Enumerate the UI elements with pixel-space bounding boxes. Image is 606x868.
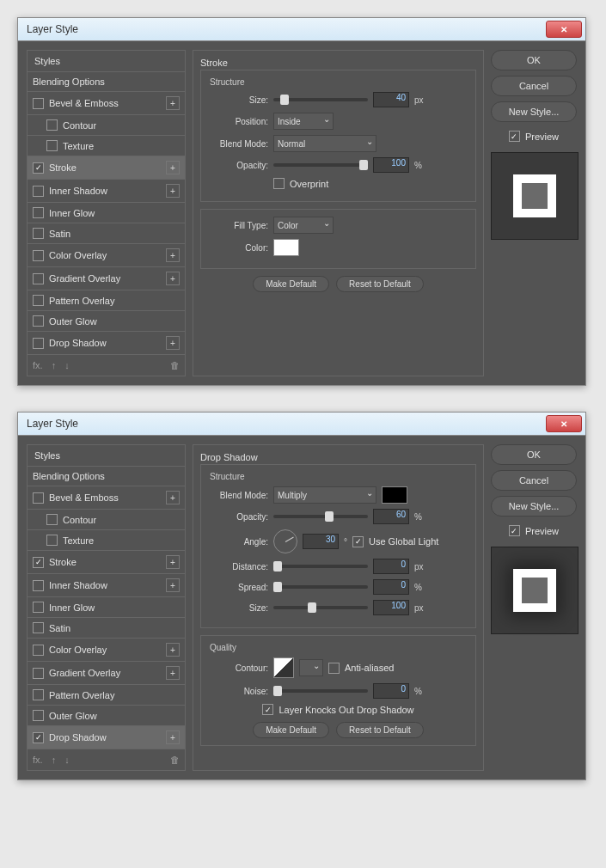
down-arrow-icon[interactable]: ↓ bbox=[64, 360, 70, 370]
angle-dial[interactable] bbox=[273, 529, 297, 553]
style-item-outer-glow[interactable]: Outer Glow bbox=[27, 311, 186, 332]
contour-dropdown[interactable] bbox=[299, 659, 323, 676]
ok-button[interactable]: OK bbox=[491, 50, 577, 70]
style-item-satin[interactable]: Satin bbox=[27, 223, 186, 244]
style-checkbox[interactable] bbox=[33, 207, 44, 218]
style-checkbox[interactable] bbox=[33, 580, 44, 591]
titlebar[interactable]: Layer Style ✕ bbox=[18, 413, 585, 436]
size-slider[interactable] bbox=[273, 606, 368, 609]
style-item-inner-shadow[interactable]: Inner Shadow+ bbox=[27, 574, 186, 597]
style-item-gradient-overlay[interactable]: Gradient Overlay+ bbox=[27, 662, 186, 685]
style-item-color-overlay[interactable]: Color Overlay+ bbox=[27, 244, 186, 267]
overprint-checkbox[interactable] bbox=[273, 178, 285, 189]
make-default-button[interactable]: Make Default bbox=[253, 722, 329, 738]
style-checkbox[interactable] bbox=[33, 622, 44, 633]
style-item-gradient-overlay[interactable]: Gradient Overlay+ bbox=[27, 267, 186, 290]
add-effect-icon[interactable]: + bbox=[166, 666, 180, 680]
style-checkbox[interactable] bbox=[33, 645, 44, 656]
opacity-input[interactable]: 100 bbox=[373, 157, 409, 173]
style-item-pattern-overlay[interactable]: Pattern Overlay bbox=[27, 290, 186, 311]
close-icon[interactable]: ✕ bbox=[546, 21, 582, 38]
new-style-button[interactable]: New Style... bbox=[491, 101, 577, 122]
style-checkbox[interactable] bbox=[33, 492, 44, 504]
new-style-button[interactable]: New Style... bbox=[491, 496, 577, 517]
knockout-checkbox[interactable] bbox=[262, 704, 273, 715]
spread-input[interactable]: 0 bbox=[373, 579, 409, 595]
style-checkbox[interactable] bbox=[33, 228, 44, 239]
add-effect-icon[interactable]: + bbox=[166, 96, 180, 110]
style-item-texture[interactable]: Texture bbox=[27, 136, 186, 156]
style-checkbox[interactable] bbox=[33, 273, 44, 284]
noise-input[interactable]: 0 bbox=[373, 683, 409, 699]
cancel-button[interactable]: Cancel bbox=[491, 76, 577, 96]
style-checkbox[interactable] bbox=[33, 338, 44, 349]
style-item-bevel-emboss[interactable]: Bevel & Emboss+ bbox=[27, 486, 186, 510]
spread-slider[interactable] bbox=[273, 585, 368, 589]
style-checkbox[interactable] bbox=[33, 295, 44, 306]
trash-icon[interactable]: 🗑 bbox=[170, 360, 180, 370]
shadow-color-swatch[interactable] bbox=[382, 486, 407, 504]
style-item-inner-glow[interactable]: Inner Glow bbox=[27, 597, 186, 618]
add-effect-icon[interactable]: + bbox=[166, 643, 180, 657]
size-input[interactable]: 100 bbox=[373, 600, 409, 615]
style-checkbox[interactable] bbox=[33, 162, 44, 174]
style-checkbox[interactable] bbox=[33, 602, 44, 613]
distance-slider[interactable] bbox=[273, 565, 368, 568]
fx-icon[interactable]: fx. bbox=[33, 755, 43, 765]
opacity-slider[interactable] bbox=[273, 515, 368, 518]
position-select[interactable]: Inside bbox=[273, 113, 334, 130]
style-item-stroke[interactable]: Stroke+ bbox=[27, 551, 186, 574]
style-item-blending-options[interactable]: Blending Options bbox=[27, 72, 186, 92]
style-item-color-overlay[interactable]: Color Overlay+ bbox=[27, 639, 186, 662]
reset-default-button[interactable]: Reset to Default bbox=[336, 276, 424, 292]
ok-button[interactable]: OK bbox=[491, 444, 577, 465]
opacity-input[interactable]: 60 bbox=[373, 509, 409, 524]
reset-default-button[interactable]: Reset to Default bbox=[336, 722, 424, 738]
color-swatch[interactable] bbox=[273, 239, 299, 256]
blend-mode-select[interactable]: Normal bbox=[273, 135, 376, 152]
add-effect-icon[interactable]: + bbox=[166, 184, 180, 198]
add-effect-icon[interactable]: + bbox=[166, 491, 180, 504]
trash-icon[interactable]: 🗑 bbox=[170, 755, 180, 765]
add-effect-icon[interactable]: + bbox=[166, 555, 180, 569]
add-effect-icon[interactable]: + bbox=[166, 161, 180, 174]
style-checkbox[interactable] bbox=[46, 514, 58, 525]
add-effect-icon[interactable]: + bbox=[166, 272, 180, 285]
style-item-contour[interactable]: Contour bbox=[27, 510, 186, 530]
style-checkbox[interactable] bbox=[33, 98, 44, 109]
style-item-bevel-emboss[interactable]: Bevel & Emboss+ bbox=[27, 92, 186, 115]
close-icon[interactable]: ✕ bbox=[546, 415, 582, 432]
up-arrow-icon[interactable]: ↑ bbox=[52, 360, 57, 370]
blend-mode-select[interactable]: Multiply bbox=[273, 486, 376, 504]
style-item-texture[interactable]: Texture bbox=[27, 530, 186, 551]
angle-input[interactable]: 30 bbox=[303, 534, 339, 549]
down-arrow-icon[interactable]: ↓ bbox=[64, 755, 70, 765]
style-item-blending-options[interactable]: Blending Options bbox=[27, 467, 186, 486]
style-checkbox[interactable] bbox=[46, 140, 58, 151]
style-item-drop-shadow[interactable]: Drop Shadow+ bbox=[27, 726, 186, 749]
style-checkbox[interactable] bbox=[46, 535, 58, 546]
fx-icon[interactable]: fx. bbox=[33, 360, 43, 370]
contour-picker[interactable] bbox=[273, 657, 294, 678]
add-effect-icon[interactable]: + bbox=[166, 578, 180, 592]
style-checkbox[interactable] bbox=[33, 732, 44, 743]
up-arrow-icon[interactable]: ↑ bbox=[52, 755, 57, 765]
use-global-light-checkbox[interactable] bbox=[352, 536, 364, 547]
style-item-inner-shadow[interactable]: Inner Shadow+ bbox=[27, 180, 186, 203]
style-checkbox[interactable] bbox=[33, 186, 44, 197]
style-checkbox[interactable] bbox=[33, 710, 44, 721]
make-default-button[interactable]: Make Default bbox=[253, 276, 329, 292]
style-checkbox[interactable] bbox=[33, 668, 44, 679]
titlebar[interactable]: Layer Style ✕ bbox=[18, 18, 585, 41]
style-checkbox[interactable] bbox=[33, 689, 44, 700]
add-effect-icon[interactable]: + bbox=[166, 336, 180, 350]
style-item-inner-glow[interactable]: Inner Glow bbox=[27, 203, 186, 223]
style-item-pattern-overlay[interactable]: Pattern Overlay bbox=[27, 685, 186, 706]
add-effect-icon[interactable]: + bbox=[166, 248, 180, 262]
size-slider[interactable] bbox=[273, 98, 368, 101]
style-item-stroke[interactable]: Stroke+ bbox=[27, 156, 186, 180]
fill-type-select[interactable]: Color bbox=[273, 217, 334, 234]
preview-checkbox[interactable] bbox=[509, 131, 520, 142]
style-item-drop-shadow[interactable]: Drop Shadow+ bbox=[27, 332, 186, 355]
add-effect-icon[interactable]: + bbox=[166, 730, 180, 744]
